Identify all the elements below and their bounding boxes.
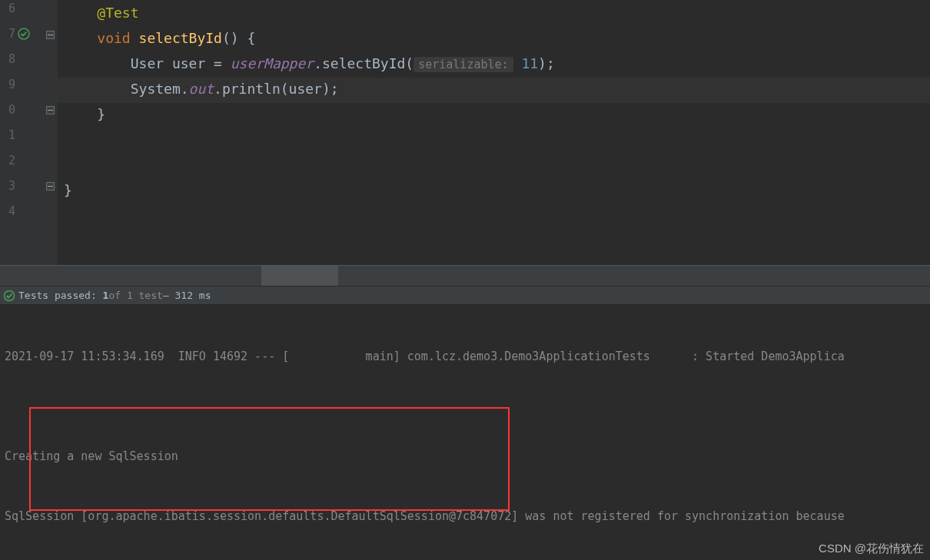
code-line[interactable]: @Test [64,0,139,25]
code-editor[interactable]: 6 7 8 9 0 1 2 3 4 @Test void selectById(… [0,0,930,265]
code-text: ); [538,55,555,71]
code-line[interactable]: } [64,177,72,203]
method-name: selectById [139,30,222,46]
divider-handle[interactable] [261,266,300,286]
svg-point-7 [5,290,15,300]
method-call: selectById [322,55,405,71]
code-text: User user = [131,55,231,71]
line-number: 6 [0,2,15,15]
line-number: 8 [0,52,15,66]
panel-divider[interactable] [0,265,930,287]
code-content[interactable]: @Test void selectById() { User user = us… [58,0,930,265]
tests-total-label: of 1 test [108,290,162,301]
line-number: 0 [0,103,15,117]
line-number: 9 [0,78,15,91]
fold-expand-icon[interactable] [45,104,55,115]
code-line[interactable]: User user = userMapper.selectById(serial… [64,51,555,78]
tests-time: – 312 ms [163,290,211,301]
number-literal: 11 [513,55,539,71]
code-line[interactable]: void selectById() { [64,25,255,51]
code-text: ( [405,55,414,71]
annotation: @Test [97,5,138,21]
gutter: 6 7 8 9 0 1 2 3 4 [0,0,58,265]
line-number: 3 [0,179,15,193]
console-line: Creating a new SqlSession [5,446,925,466]
code-text: System. [131,81,189,97]
tests-passed-count: 1 [103,290,109,301]
code-text: . [314,55,322,71]
svg-point-0 [18,28,29,39]
test-status-bar: Tests passed: 1 of 1 test – 312 ms [0,287,930,305]
code-line[interactable]: System.out.println(user); [64,76,339,101]
divider-handle[interactable] [300,266,338,286]
fold-collapse-icon[interactable] [45,29,55,40]
fold-expand-icon[interactable] [45,181,55,191]
line-number: 7 [0,27,15,41]
line-number: 4 [0,204,15,218]
test-pass-icon [3,290,15,302]
parameter-hint: serializable: [414,57,513,72]
watermark: CSDN @花伤情犹在 [819,542,924,556]
tests-passed-label: Tests passed: [18,290,97,301]
line-number: 2 [0,154,15,167]
field-ref: out [189,81,214,97]
console-line: 2021-09-17 11:53:34.169 INFO 14692 --- [… [5,346,925,366]
keyword-void: void [97,30,130,46]
code-line[interactable]: } [64,101,105,127]
test-pass-icon[interactable] [18,28,30,43]
console-output[interactable]: 2021-09-17 11:53:34.169 INFO 14692 --- [… [0,305,930,560]
brace: } [97,106,105,122]
console-line: SqlSession [org.apache.ibatis.session.de… [5,506,925,526]
code-text: () { [222,30,255,46]
brace: } [64,182,72,198]
line-number: 1 [0,128,15,142]
field-ref: userMapper [231,55,314,71]
code-text: .println(user); [214,81,339,97]
